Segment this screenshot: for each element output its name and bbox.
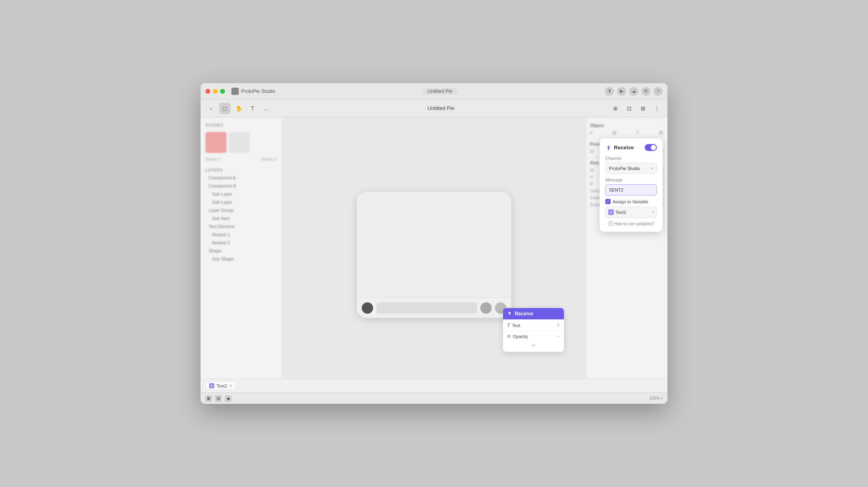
opacity-row-action-icon[interactable]: − <box>557 334 560 339</box>
phone-toolbar <box>357 297 511 318</box>
more-tool[interactable]: … <box>261 103 272 114</box>
file-path: Untitled Pie <box>422 88 458 95</box>
receive-card-icon <box>507 311 513 317</box>
scene-label-2: Scene 2 <box>261 157 276 162</box>
phone-screen <box>357 192 511 297</box>
receive-properties-panel: Receive Channel ProtoPie Studio ▾ Messag… <box>600 138 663 232</box>
var-tag-icon: x <box>209 383 214 388</box>
message-value: SENT2 <box>609 187 623 192</box>
opacity-row-label: Opacity <box>513 334 528 339</box>
rp-label-s2: Scale <box>590 203 600 207</box>
help-link[interactable]: ? How to use variables? <box>605 221 657 226</box>
receive-panel-header: Receive <box>605 144 657 151</box>
sidebar-item-4[interactable]: Sub Layer <box>201 198 281 206</box>
var-dropdown-icon: ▾ <box>652 210 654 214</box>
icon-help[interactable]: ? <box>654 87 663 96</box>
maximize-button[interactable] <box>220 89 225 94</box>
channel-label: Channel <box>605 156 657 161</box>
text-tool[interactable]: T <box>247 103 258 114</box>
text-row-label: Text <box>512 323 520 328</box>
sidebar-item-3[interactable]: Sub Layer <box>201 190 281 198</box>
phone-btn-1 <box>480 302 492 314</box>
title-bar-icons: ⬆ ▶ ☁ ⚙ ? <box>605 87 663 96</box>
message-input[interactable]: SENT2 <box>605 184 657 196</box>
opacity-type-icon: ⊞ <box>507 334 511 339</box>
text-row-action-icon[interactable]: T <box>557 323 560 328</box>
checkbox-check-icon: ✓ <box>607 200 610 203</box>
receive-card-opacity-row[interactable]: ⊞ Opacity − <box>503 332 564 340</box>
sidebar-section-layers: Layers <box>201 166 281 174</box>
zoom-control[interactable]: 100% ▾ <box>649 396 663 401</box>
channel-select[interactable]: ProtoPie Studio ▾ <box>605 163 657 174</box>
close-button[interactable] <box>205 89 210 94</box>
receive-card-text-row[interactable]: T Text T <box>503 321 564 330</box>
sidebar-item-6[interactable]: Sub Item <box>201 214 281 222</box>
rp-title-3: Size <box>590 160 599 165</box>
rp-label-x: X <box>590 131 593 135</box>
var-select-icon: x <box>608 209 614 215</box>
variable-bar: x Text2 ✕ <box>201 379 667 392</box>
status-icon-3: ◈ <box>225 395 231 402</box>
scene-previews <box>201 129 281 156</box>
sidebar-item-11[interactable]: Sub Shape <box>201 255 281 263</box>
assign-variable-label: Assign to Variable <box>613 199 648 204</box>
status-icon-1: ⊞ <box>205 395 212 402</box>
variable-tag[interactable]: x Text2 ✕ <box>205 381 236 390</box>
scene-thumb-2[interactable] <box>229 132 250 153</box>
rp-label-w2: W <box>590 168 594 172</box>
rp-expand-1[interactable]: ⋯ <box>660 123 664 128</box>
title-bar: ProtoPie Studio Untitled Pie ⬆ ▶ ☁ ⚙ ? <box>201 83 667 99</box>
var-tag-name: Text2 <box>216 384 227 388</box>
assign-checkbox[interactable]: ✓ <box>605 199 611 204</box>
icon-preview[interactable]: ▶ <box>617 87 626 96</box>
sidebar-item-9[interactable]: Nested 2 <box>201 239 281 247</box>
main-content: Scenes Scene 1 Scene 2 Layers Component … <box>201 117 667 392</box>
help-text: How to use variables? <box>614 222 654 226</box>
channel-dropdown-icon: ▾ <box>651 166 653 170</box>
back-button[interactable]: ‹ <box>205 103 217 114</box>
text-type-icon: T <box>507 323 510 328</box>
sidebar-item-1[interactable]: Component A <box>201 174 281 182</box>
select-tool[interactable]: ◻ <box>219 103 231 114</box>
variable-select[interactable]: x Text2 ▾ <box>605 207 657 218</box>
add-row-button[interactable]: + <box>503 340 564 350</box>
app-title: ProtoPie Studio <box>241 88 275 94</box>
icon-cloud[interactable]: ☁ <box>629 87 638 96</box>
rp-value-x[interactable]: 0 <box>611 130 618 136</box>
canvas-area[interactable]: Receive T Text T ⊞ O <box>282 117 586 392</box>
more-options[interactable]: ⋮ <box>651 103 663 114</box>
sidebar-item-2[interactable]: Component B <box>201 182 281 190</box>
channel-value: ProtoPie Studio <box>609 166 640 171</box>
sidebar-item-7[interactable]: Text Element <box>201 222 281 231</box>
phone-back-btn <box>362 302 373 314</box>
scene-thumb-1[interactable] <box>205 132 227 153</box>
sidebar-item-10[interactable]: Shape <box>201 247 281 255</box>
minimize-button[interactable] <box>213 89 218 94</box>
toolbar: ‹ ◻ ✋ T … Untitled Pie ⊕ ⊡ ⊞ ⋮ <box>201 99 667 117</box>
sidebar-item-8[interactable]: Nested 1 <box>201 231 281 239</box>
message-label: Message <box>605 177 657 182</box>
receive-panel-title: Receive <box>614 144 634 151</box>
left-sidebar: Scenes Scene 1 Scene 2 Layers Component … <box>201 117 282 392</box>
fit-button[interactable]: ⊡ <box>624 103 635 114</box>
sidebar-section-scenes: Scenes <box>201 121 281 129</box>
phone-mockup <box>357 192 511 318</box>
var-tag-close-icon[interactable]: ✕ <box>229 384 232 388</box>
rp-value-y[interactable]: 0 <box>658 130 664 136</box>
icon-settings[interactable]: ⚙ <box>641 87 650 96</box>
assign-variable-row: ✓ Assign to Variable <box>605 199 657 204</box>
receive-trigger-card: Receive T Text T ⊞ O <box>503 308 564 352</box>
sidebar-item-5[interactable]: Layer Group <box>201 206 281 214</box>
receive-card-header: Receive <box>503 308 564 319</box>
zoom-button[interactable]: ⊕ <box>610 103 621 114</box>
phone-address-bar <box>376 302 477 314</box>
receive-toggle[interactable] <box>645 144 657 151</box>
hand-tool[interactable]: ✋ <box>233 103 244 114</box>
receive-card-body: T Text T ⊞ Opacity − + <box>503 319 564 352</box>
receive-panel-title-group: Receive <box>605 144 634 151</box>
zoom-label: 100% <box>649 396 660 401</box>
rp-label-y: Y <box>637 131 639 135</box>
responsive-button[interactable]: ⊞ <box>637 103 649 114</box>
icon-share[interactable]: ⬆ <box>605 87 614 96</box>
rp-section-1: Object ⋯ X 0 Y 0 <box>587 121 667 139</box>
